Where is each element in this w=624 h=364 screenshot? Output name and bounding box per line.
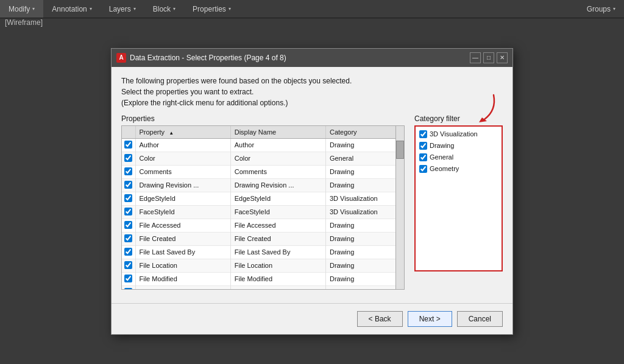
display-name-cell: File Created bbox=[230, 232, 325, 245]
row-checkbox[interactable] bbox=[124, 194, 132, 202]
row-checkbox[interactable] bbox=[124, 234, 132, 242]
display-name-cell: File Name bbox=[230, 285, 325, 290]
dialog-overlay: A Data Extraction - Select Properties (P… bbox=[0, 18, 624, 364]
row-checkbox[interactable] bbox=[124, 154, 132, 162]
category-cell: Drawing bbox=[325, 219, 404, 232]
category-filter-label: Category filter bbox=[414, 114, 503, 123]
property-cell: File Last Saved By bbox=[135, 245, 230, 259]
autocad-icon: A bbox=[116, 53, 126, 63]
display-name-cell: File Accessed bbox=[230, 219, 325, 232]
properties-table: Property ▲ Display Name Category bbox=[122, 126, 404, 290]
back-button[interactable]: < Back bbox=[357, 311, 403, 327]
row-checkbox[interactable] bbox=[124, 221, 132, 229]
category-item: Drawing bbox=[419, 142, 498, 150]
category-label: Geometry bbox=[430, 165, 459, 172]
category-cell: Drawing bbox=[325, 138, 404, 152]
category-cell: Drawing bbox=[325, 232, 404, 245]
category-cell: 3D Visualization bbox=[325, 192, 404, 205]
category-item: General bbox=[419, 153, 498, 161]
col-category[interactable]: Category bbox=[325, 126, 404, 139]
table-header-row: Property ▲ Display Name Category bbox=[122, 126, 404, 139]
display-name-cell: Drawing Revision ... bbox=[230, 178, 325, 192]
display-name-cell: FaceStyleId bbox=[230, 205, 325, 219]
category-item: Geometry bbox=[419, 165, 498, 173]
category-label: Drawing bbox=[430, 142, 454, 149]
category-checkbox[interactable] bbox=[419, 130, 427, 138]
category-cell: Drawing bbox=[325, 165, 404, 178]
col-property[interactable]: Property ▲ bbox=[135, 126, 230, 139]
properties-panel: Properties Property ▲ bbox=[121, 114, 405, 290]
col-checkbox bbox=[122, 126, 135, 139]
properties-table-container: Property ▲ Display Name Category bbox=[121, 125, 405, 290]
sort-icon: ▲ bbox=[169, 130, 174, 136]
table-row: EdgeStyleIdEdgeStyleId3D Visualization bbox=[122, 192, 404, 205]
property-cell: File Name bbox=[135, 285, 230, 290]
chevron-down-icon: ▾ bbox=[229, 6, 231, 12]
menu-block[interactable]: Block ▾ bbox=[144, 0, 184, 18]
row-checkbox[interactable] bbox=[124, 288, 132, 290]
category-cell: 3D Visualization bbox=[325, 205, 404, 219]
category-item: 3D Visualization bbox=[419, 130, 498, 138]
property-cell: File Accessed bbox=[135, 219, 230, 232]
table-row: ColorColorGeneral bbox=[122, 152, 404, 165]
display-name-cell: Comments bbox=[230, 165, 325, 178]
property-cell: Color bbox=[135, 152, 230, 165]
row-checkbox[interactable] bbox=[124, 181, 132, 189]
menu-properties[interactable]: Properties ▾ bbox=[184, 0, 239, 18]
next-button[interactable]: Next > bbox=[408, 311, 452, 327]
dialog-description: The following properties were found base… bbox=[121, 75, 503, 108]
chevron-down-icon: ▾ bbox=[90, 6, 92, 12]
display-name-cell: Author bbox=[230, 138, 325, 152]
property-cell: EdgeStyleId bbox=[135, 192, 230, 205]
close-button[interactable]: ✕ bbox=[497, 52, 508, 63]
menu-layers[interactable]: Layers ▾ bbox=[101, 0, 144, 18]
category-cell: Drawing bbox=[325, 285, 404, 290]
row-checkbox[interactable] bbox=[124, 167, 132, 175]
table-row: Drawing Revision ...Drawing Revision ...… bbox=[122, 178, 404, 192]
table-row: FaceStyleIdFaceStyleId3D Visualization bbox=[122, 205, 404, 219]
dialog-body: The following properties were found base… bbox=[112, 67, 512, 298]
display-name-cell: Color bbox=[230, 152, 325, 165]
dialog-controls: — □ ✕ bbox=[470, 52, 508, 63]
row-checkbox[interactable] bbox=[124, 248, 132, 256]
table-row: File LocationFile LocationDrawing bbox=[122, 259, 404, 272]
maximize-button[interactable]: □ bbox=[483, 52, 494, 63]
property-cell: File Location bbox=[135, 259, 230, 272]
data-extraction-dialog: A Data Extraction - Select Properties (P… bbox=[111, 48, 513, 335]
row-checkbox[interactable] bbox=[124, 141, 132, 149]
dialog-title: Data Extraction - Select Properties (Pag… bbox=[130, 54, 286, 62]
menu-groups[interactable]: Groups ▾ bbox=[578, 0, 624, 18]
row-checkbox[interactable] bbox=[124, 208, 132, 215]
table-row: File ModifiedFile ModifiedDrawing bbox=[122, 272, 404, 285]
category-checkbox[interactable] bbox=[419, 142, 427, 150]
property-cell: Author bbox=[135, 138, 230, 152]
category-cell: Drawing bbox=[325, 178, 404, 192]
minimize-button[interactable]: — bbox=[470, 52, 481, 63]
property-cell: File Modified bbox=[135, 272, 230, 285]
category-label: General bbox=[430, 153, 453, 161]
scrollbar-track[interactable] bbox=[395, 126, 404, 289]
menu-annotation[interactable]: Annotation ▾ bbox=[43, 0, 100, 18]
dialog-content: Properties Property ▲ bbox=[121, 114, 503, 290]
display-name-cell: File Last Saved By bbox=[230, 245, 325, 259]
category-cell: General bbox=[325, 152, 404, 165]
cancel-button[interactable]: Cancel bbox=[457, 311, 503, 327]
chevron-down-icon: ▾ bbox=[32, 6, 35, 12]
category-checkbox[interactable] bbox=[419, 153, 427, 161]
row-checkbox[interactable] bbox=[124, 261, 132, 269]
table-row: AuthorAuthorDrawing bbox=[122, 138, 404, 152]
row-checkbox[interactable] bbox=[124, 275, 132, 282]
category-filter-box: 3D VisualizationDrawingGeneralGeometry bbox=[414, 125, 503, 271]
chevron-down-icon: ▾ bbox=[173, 6, 176, 12]
scrollbar-thumb[interactable] bbox=[396, 141, 404, 159]
category-label: 3D Visualization bbox=[430, 130, 478, 138]
menubar: Modify ▾ Annotation ▾ Layers ▾ Block ▾ P… bbox=[0, 0, 624, 18]
dialog-titlebar: A Data Extraction - Select Properties (P… bbox=[112, 49, 512, 67]
table-row: File Last Saved ByFile Last Saved ByDraw… bbox=[122, 245, 404, 259]
table-row: File AccessedFile AccessedDrawing bbox=[122, 219, 404, 232]
category-checkbox[interactable] bbox=[419, 165, 427, 173]
properties-label: Properties bbox=[121, 114, 405, 123]
table-row: File CreatedFile CreatedDrawing bbox=[122, 232, 404, 245]
display-name-cell: EdgeStyleId bbox=[230, 192, 325, 205]
col-display-name[interactable]: Display Name bbox=[230, 126, 325, 139]
